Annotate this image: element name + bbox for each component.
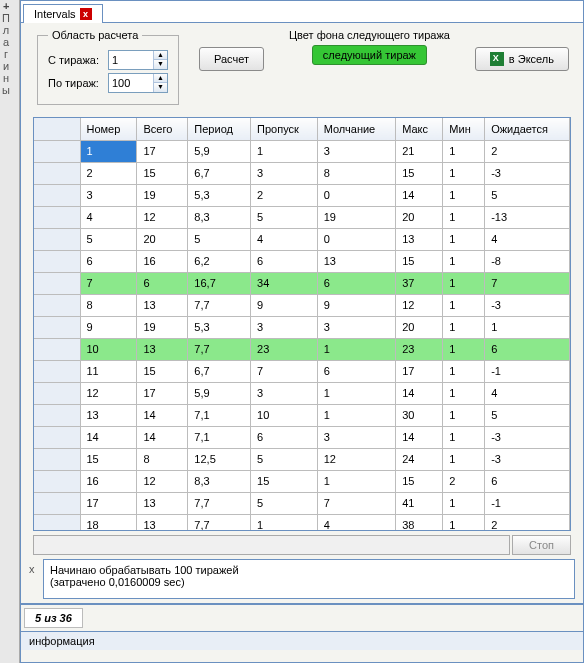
table-row[interactable]: 8137,799121-3	[34, 294, 570, 316]
table-row[interactable]: 7616,73463717	[34, 272, 570, 294]
cell[interactable]: -3	[485, 294, 570, 316]
cell[interactable]: 18	[80, 514, 137, 531]
cell[interactable]: 1	[443, 514, 485, 531]
table-row[interactable]: 3195,3201415	[34, 184, 570, 206]
from-input[interactable]	[109, 51, 153, 69]
cell[interactable]: 12	[80, 382, 137, 404]
cell[interactable]: 7	[317, 492, 395, 514]
cell[interactable]: 4	[485, 382, 570, 404]
cell[interactable]: 1	[317, 470, 395, 492]
cell[interactable]: 8	[137, 448, 188, 470]
cell[interactable]: 6,2	[188, 250, 251, 272]
cell[interactable]: -3	[485, 426, 570, 448]
cell[interactable]: 5	[188, 228, 251, 250]
cell[interactable]: 7,1	[188, 404, 251, 426]
cell[interactable]: 9	[251, 294, 318, 316]
cell[interactable]: 14	[137, 426, 188, 448]
info-tab[interactable]: информация	[21, 631, 583, 650]
tab-intervals[interactable]: Intervals x	[23, 4, 103, 23]
cell[interactable]: 1	[443, 250, 485, 272]
cell[interactable]: 2	[80, 162, 137, 184]
cell[interactable]: 15	[137, 360, 188, 382]
cell[interactable]: 4	[317, 514, 395, 531]
cell[interactable]: 7,7	[188, 338, 251, 360]
stop-button[interactable]: Стоп	[512, 535, 571, 555]
cell[interactable]: 19	[317, 206, 395, 228]
cell[interactable]: 37	[396, 272, 443, 294]
cell[interactable]: 13	[137, 514, 188, 531]
cell[interactable]: 5,3	[188, 316, 251, 338]
cell[interactable]: 6,7	[188, 360, 251, 382]
cell[interactable]: 38	[396, 514, 443, 531]
cell[interactable]: 7,7	[188, 514, 251, 531]
cell[interactable]: 14	[396, 426, 443, 448]
to-spinner[interactable]: ▲▼	[108, 73, 168, 93]
cell[interactable]: 1	[443, 316, 485, 338]
spin-down-icon[interactable]: ▼	[154, 83, 167, 92]
export-excel-button[interactable]: в Эксель	[475, 47, 569, 71]
cell[interactable]: 12	[317, 448, 395, 470]
cell[interactable]: 1	[443, 360, 485, 382]
cell[interactable]: 8,3	[188, 206, 251, 228]
cell[interactable]: 20	[396, 316, 443, 338]
cell[interactable]: 7,1	[188, 426, 251, 448]
cell[interactable]: 7	[80, 272, 137, 294]
cell[interactable]: 4	[485, 228, 570, 250]
cell[interactable]: 8	[317, 162, 395, 184]
cell[interactable]: 3	[317, 426, 395, 448]
cell[interactable]: 1	[443, 140, 485, 162]
cell[interactable]: 1	[251, 514, 318, 531]
cell[interactable]: 0	[317, 184, 395, 206]
cell[interactable]: 9	[80, 316, 137, 338]
cell[interactable]: 2	[485, 140, 570, 162]
cell[interactable]: 1	[443, 272, 485, 294]
cell[interactable]: 1	[443, 206, 485, 228]
cell[interactable]: 1	[443, 448, 485, 470]
cell[interactable]: 15	[251, 470, 318, 492]
cell[interactable]: 19	[137, 184, 188, 206]
cell[interactable]: -1	[485, 492, 570, 514]
cell[interactable]: 5,9	[188, 382, 251, 404]
table-row[interactable]: 10137,72312316	[34, 338, 570, 360]
cell[interactable]: 7,7	[188, 294, 251, 316]
cell[interactable]: 5	[251, 206, 318, 228]
cell[interactable]: -13	[485, 206, 570, 228]
cell[interactable]: 13	[137, 294, 188, 316]
cell[interactable]: 5	[485, 184, 570, 206]
table-row[interactable]: 2156,738151-3	[34, 162, 570, 184]
table-row[interactable]: 14147,163141-3	[34, 426, 570, 448]
cell[interactable]: 16,7	[188, 272, 251, 294]
cell[interactable]: 5	[251, 448, 318, 470]
cell[interactable]: 1	[317, 338, 395, 360]
cell[interactable]: 7,7	[188, 492, 251, 514]
cell[interactable]: -3	[485, 162, 570, 184]
cell[interactable]: 3	[251, 162, 318, 184]
table-row[interactable]: 15812,5512241-3	[34, 448, 570, 470]
cell[interactable]: 13	[317, 250, 395, 272]
cell[interactable]: 1	[443, 184, 485, 206]
cell[interactable]: 13	[80, 404, 137, 426]
table-row[interactable]: 12175,9311414	[34, 382, 570, 404]
cell[interactable]: 9	[317, 294, 395, 316]
spin-up-icon[interactable]: ▲	[154, 51, 167, 60]
cell[interactable]: 14	[80, 426, 137, 448]
cell[interactable]: 1	[80, 140, 137, 162]
cell[interactable]: 8,3	[188, 470, 251, 492]
cell[interactable]: 6	[251, 250, 318, 272]
column-header[interactable]: Номер	[80, 118, 137, 140]
cell[interactable]: 6	[485, 338, 570, 360]
cell[interactable]: 15	[80, 448, 137, 470]
expand-icon[interactable]: +	[3, 0, 9, 12]
cell[interactable]: 1	[317, 404, 395, 426]
cell[interactable]: 1	[317, 382, 395, 404]
cell[interactable]: 3	[251, 382, 318, 404]
column-header[interactable]: Ожидается	[485, 118, 570, 140]
cell[interactable]: 5	[485, 404, 570, 426]
cell[interactable]: 1	[443, 228, 485, 250]
to-input[interactable]	[109, 74, 153, 92]
column-header[interactable]: Молчание	[317, 118, 395, 140]
cell[interactable]: 6	[317, 360, 395, 382]
cell[interactable]: 23	[251, 338, 318, 360]
plugin-sidebar[interactable]: + Плагины	[0, 0, 20, 663]
cell[interactable]: 1	[443, 294, 485, 316]
